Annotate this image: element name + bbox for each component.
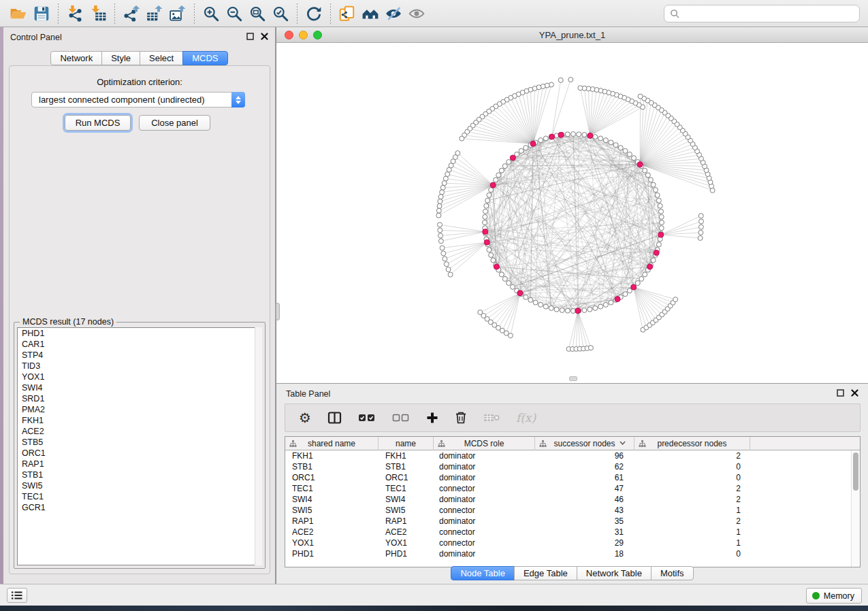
node-table-header: shared namenameMCDS rolesuccessor nodesp… (285, 437, 860, 450)
float-panel-icon[interactable] (246, 33, 254, 40)
mcds-list-scrollbar[interactable] (255, 327, 262, 565)
export-network-icon[interactable] (120, 3, 143, 24)
tab-edge-table[interactable]: Edge Table (514, 566, 577, 580)
table-row[interactable]: YOX1YOX1connector291 (285, 538, 860, 548)
table-cell: PHD1 (379, 548, 434, 559)
mcds-result-item[interactable]: ACE2 (18, 426, 261, 437)
zoom-selected-icon[interactable] (269, 3, 292, 24)
column-header-shared-name[interactable]: shared name (285, 437, 379, 450)
table-cell: 2 (634, 494, 750, 505)
tab-node-table[interactable]: Node Table (451, 566, 515, 580)
mcds-result-item[interactable]: FKH1 (18, 415, 261, 426)
mcds-result-item[interactable]: SWI4 (18, 382, 261, 393)
table-cell: dominator (434, 548, 535, 559)
hide-selected-eye-icon[interactable] (382, 3, 405, 24)
function-builder-icon[interactable]: f(x) (516, 411, 536, 425)
table-cell: SWI4 (285, 494, 379, 505)
column-header-MCDS-role[interactable]: MCDS role (434, 437, 535, 450)
tab-style[interactable]: Style (101, 51, 140, 65)
table-row[interactable]: SWI4SWI4dominator462 (285, 494, 860, 505)
table-cell: dominator (434, 450, 535, 461)
save-session-icon[interactable] (30, 3, 53, 24)
task-history-button[interactable] (7, 588, 27, 603)
table-row[interactable]: SWI5SWI5connector431 (285, 505, 860, 516)
duplicate-network-icon[interactable] (336, 3, 359, 24)
select-all-icon[interactable] (358, 413, 376, 423)
network-canvas[interactable] (276, 43, 868, 383)
table-row[interactable]: TEC1TEC1connector472 (285, 483, 860, 494)
table-row[interactable]: RAP1RAP1dominator352 (285, 516, 860, 527)
tab-motifs[interactable]: Motifs (651, 566, 694, 580)
table-row[interactable]: ORC1ORC1dominator610 (285, 472, 860, 483)
control-panel-titlebar: Control Panel (3, 27, 275, 46)
column-header-successor-nodes[interactable]: successor nodes (535, 437, 634, 450)
export-table-icon[interactable] (143, 3, 166, 24)
table-row[interactable]: PHD1PHD1dominator180 (285, 548, 860, 559)
add-column-plus-icon[interactable] (426, 412, 438, 424)
zoom-out-icon[interactable] (223, 3, 246, 24)
table-cell: 2 (634, 450, 750, 461)
tab-select[interactable]: Select (140, 51, 183, 65)
open-session-icon[interactable] (7, 3, 30, 24)
table-panel-title: Table Panel (286, 389, 330, 399)
memory-button[interactable]: Memory (806, 588, 862, 604)
vertical-splitter-handle[interactable] (276, 303, 280, 320)
table-cell: connector (434, 505, 535, 516)
mcds-result-item[interactable]: PMA2 (18, 404, 261, 415)
mcds-result-item[interactable]: SRD1 (18, 393, 261, 404)
table-options-gear-icon[interactable]: ⚙ (299, 411, 311, 425)
mcds-result-item[interactable]: ORC1 (18, 448, 261, 459)
deselect-all-icon[interactable] (392, 413, 410, 423)
close-panel-button[interactable]: Close panel (139, 115, 210, 131)
float-panel-icon[interactable] (837, 389, 844, 397)
table-cell: 96 (535, 450, 634, 461)
table-row[interactable]: ACE2ACE2connector311 (285, 527, 860, 538)
show-all-eye-icon[interactable] (405, 3, 428, 24)
table-row[interactable]: STB1STB1dominator620 (285, 461, 860, 472)
status-bar: Memory (0, 584, 868, 606)
tab-network-table[interactable]: Network Table (577, 566, 652, 580)
delete-table-icon[interactable] (483, 412, 500, 423)
mcds-result-item[interactable]: YOX1 (18, 371, 261, 382)
close-panel-icon[interactable] (261, 33, 268, 40)
export-image-icon[interactable] (166, 3, 189, 24)
column-header-predecessor-nodes[interactable]: predecessor nodes (634, 437, 750, 450)
mcds-result-item[interactable]: TEC1 (18, 491, 261, 502)
mcds-result-item[interactable]: SWI5 (18, 480, 261, 491)
table-cell: STB1 (285, 461, 379, 472)
mcds-result-item[interactable]: STB1 (18, 469, 261, 480)
home-networks-icon[interactable] (359, 3, 382, 24)
mcds-result-item[interactable]: PHD1 (18, 328, 261, 339)
tab-mcds[interactable]: MCDS (182, 51, 227, 65)
mcds-result-item[interactable]: STP4 (18, 350, 261, 361)
mcds-result-list[interactable]: PHD1CAR1STP4TID3YOX1SWI4SRD1PMA2FKH1ACE2… (17, 327, 262, 565)
import-network-icon[interactable] (63, 3, 86, 24)
toolbar-separator (58, 3, 59, 24)
zoom-fit-icon[interactable] (246, 3, 269, 24)
close-panel-icon[interactable] (851, 389, 858, 397)
mcds-result-item[interactable]: RAP1 (18, 459, 261, 469)
network-graph[interactable] (276, 43, 868, 383)
mcds-result-item[interactable]: TID3 (18, 361, 261, 371)
table-row[interactable]: FKH1FKH1dominator962 (285, 450, 860, 461)
table-cell: RAP1 (379, 516, 434, 527)
mcds-result-item[interactable]: CAR1 (18, 339, 261, 350)
column-header-name[interactable]: name (379, 437, 434, 450)
table-scrollbar[interactable] (851, 450, 860, 567)
table-cell: 47 (535, 483, 634, 494)
split-panel-icon[interactable] (327, 411, 342, 425)
mcds-result-item[interactable]: STB5 (18, 437, 261, 448)
criterion-dropdown[interactable]: largest connected component (undirected) (31, 92, 245, 108)
zoom-in-icon[interactable] (199, 3, 223, 24)
table-cell: 1 (634, 538, 750, 548)
first-neighbors-icon[interactable] (302, 3, 325, 24)
horizontal-splitter-handle[interactable] (569, 376, 577, 381)
search-input[interactable] (664, 5, 860, 22)
network-view-titlebar[interactable]: YPA_prune.txt_1 (276, 27, 868, 43)
run-mcds-button[interactable]: Run MCDS (65, 115, 131, 131)
tab-network[interactable]: Network (50, 51, 102, 65)
delete-column-trash-icon[interactable] (455, 411, 467, 425)
mcds-result-item[interactable]: GCR1 (18, 502, 261, 513)
import-table-icon[interactable] (86, 3, 110, 24)
table-cell: 0 (634, 472, 750, 483)
